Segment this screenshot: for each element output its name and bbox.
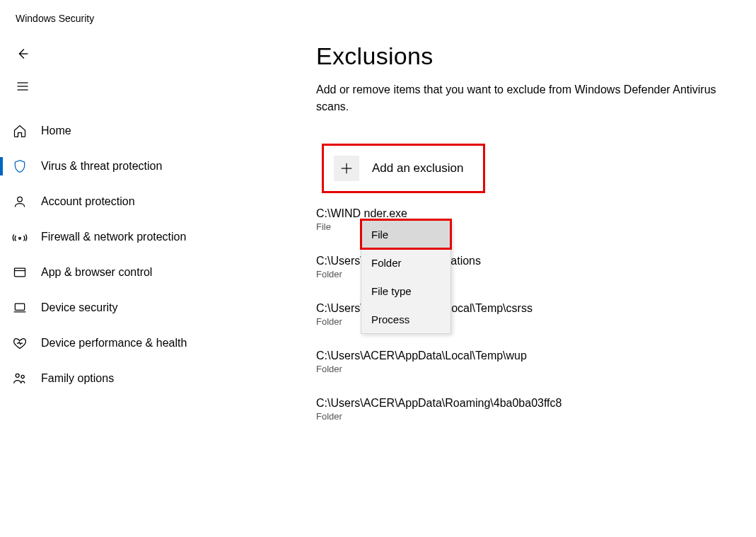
- app-title: Windows Security: [0, 0, 756, 24]
- dropdown-item-filetype[interactable]: File type: [361, 277, 450, 305]
- shield-icon: [10, 156, 30, 176]
- nav-item-device-security[interactable]: Device security: [0, 290, 262, 325]
- exclusion-type: Folder: [316, 364, 742, 374]
- back-button[interactable]: [8, 40, 37, 68]
- nav-item-performance[interactable]: Device performance & health: [0, 325, 262, 361]
- nav-label: Account protection: [41, 195, 135, 208]
- nav-item-virus[interactable]: Virus & threat protection: [0, 149, 262, 184]
- svg-rect-7: [15, 304, 24, 310]
- exclusion-path: C:\Users\ACER\AppData\Roaming\4ba0ba03ff…: [316, 397, 742, 410]
- exclusion-type-dropdown: File Folder File type Process: [361, 219, 451, 334]
- laptop-icon: [10, 298, 30, 318]
- wifi-icon: [10, 227, 30, 247]
- dropdown-item-process[interactable]: Process: [361, 305, 450, 333]
- svg-point-8: [16, 374, 19, 377]
- page-description: Add or remove items that you want to exc…: [316, 81, 742, 115]
- exclusion-type: Folder: [316, 411, 742, 422]
- svg-rect-5: [15, 268, 25, 277]
- nav-item-firewall[interactable]: Firewall & network protection: [0, 219, 262, 255]
- dropdown-item-file[interactable]: File: [361, 220, 450, 248]
- plus-icon: [334, 156, 359, 181]
- nav-label: Virus & threat protection: [41, 160, 162, 173]
- exclusion-path: C:\Users\ACER\AppData\Local\Temp\wup: [316, 350, 742, 362]
- nav-label: Device security: [41, 301, 117, 314]
- hamburger-button[interactable]: [8, 72, 37, 100]
- home-icon: [10, 121, 30, 141]
- nav-item-family[interactable]: Family options: [0, 361, 262, 396]
- svg-point-4: [19, 237, 21, 239]
- person-icon: [10, 192, 30, 212]
- svg-point-9: [21, 375, 24, 378]
- add-exclusion-label: Add an exclusion: [372, 161, 463, 175]
- nav-list: Home Virus & threat protection Account p…: [0, 113, 262, 396]
- page-title: Exclusions: [316, 42, 742, 70]
- nav-item-home[interactable]: Home: [0, 113, 262, 149]
- nav-label: Firewall & network protection: [41, 231, 186, 243]
- nav-item-app-browser[interactable]: App & browser control: [0, 255, 262, 290]
- exclusion-item[interactable]: C:\Users\ACER\AppData\Local\Temp\wup Fol…: [316, 350, 742, 374]
- nav-label: Home: [41, 125, 71, 137]
- hamburger-icon: [16, 79, 30, 93]
- browser-icon: [10, 262, 30, 282]
- exclusion-path: C:\WIND nder.exe: [316, 207, 742, 220]
- sidebar: Home Virus & threat protection Account p…: [0, 28, 262, 537]
- nav-label: Family options: [41, 372, 114, 385]
- exclusion-item[interactable]: C:\Users\ACER\AppData\Roaming\4ba0ba03ff…: [316, 397, 742, 422]
- add-exclusion-button[interactable]: Add an exclusion: [322, 144, 485, 193]
- nav-item-account[interactable]: Account protection: [0, 184, 262, 219]
- svg-point-3: [18, 197, 23, 202]
- family-icon: [10, 369, 30, 388]
- dropdown-item-folder[interactable]: Folder: [361, 248, 450, 277]
- heart-icon: [10, 333, 30, 353]
- nav-label: App & browser control: [41, 266, 152, 279]
- nav-label: Device performance & health: [41, 337, 187, 350]
- arrow-left-icon: [15, 46, 30, 62]
